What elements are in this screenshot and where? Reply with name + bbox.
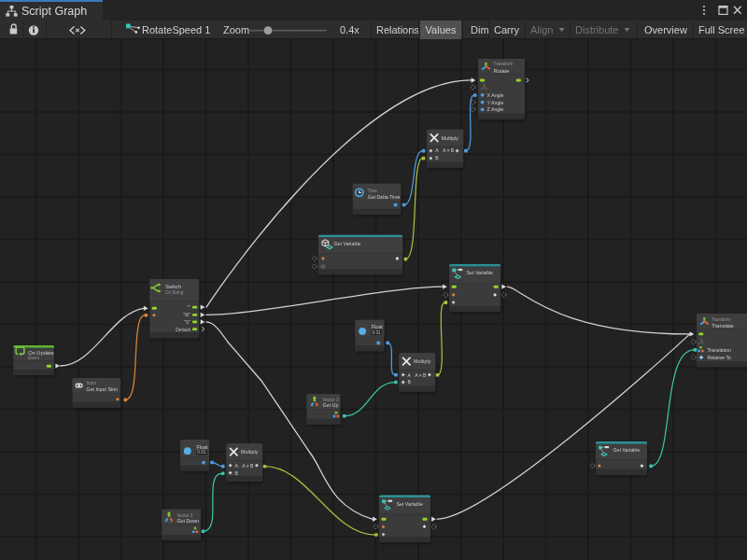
svg-text:Translation: Translation — [707, 347, 731, 353]
svg-text:A: A — [435, 147, 439, 153]
svg-text:Relative To: Relative To — [707, 355, 731, 360]
svg-text:Time: Time — [368, 189, 377, 193]
svg-text:0.01: 0.01 — [373, 330, 381, 335]
svg-text:Set Variable: Set Variable — [396, 501, 423, 507]
svg-text:Float: Float — [372, 324, 383, 329]
svg-text:B: B — [235, 470, 239, 476]
svg-text:B: B — [408, 379, 412, 385]
svg-text:Rotate: Rotate — [494, 68, 510, 74]
svg-text:Multiply: Multiply — [414, 358, 431, 364]
svg-text:On String: On String — [165, 290, 184, 295]
svg-text:Default: Default — [176, 327, 190, 332]
svg-text:Transform: Transform — [712, 317, 731, 322]
svg-text:Get Variable: Get Variable — [613, 447, 640, 453]
svg-text:Vector 3: Vector 3 — [323, 398, 339, 402]
svg-text:B: B — [435, 155, 439, 161]
svg-text:A × B: A × B — [415, 372, 427, 378]
svg-text:"W": "W" — [183, 313, 190, 317]
svg-text:"S": "S" — [184, 320, 190, 325]
svg-text:X Angle: X Angle — [487, 92, 504, 98]
svg-text:A: A — [235, 463, 239, 469]
svg-text:Get Down: Get Down — [177, 518, 200, 524]
svg-text:"": "" — [188, 305, 191, 310]
svg-text:A: A — [408, 372, 412, 378]
svg-text:Get Variable: Get Variable — [334, 241, 361, 246]
svg-text:A × B: A × B — [443, 147, 455, 153]
svg-text:0.01: 0.01 — [197, 450, 205, 455]
svg-text:Get Input Strin: Get Input Strin — [87, 386, 119, 392]
svg-text:Transform: Transform — [494, 62, 514, 66]
svg-text:Input: Input — [87, 381, 97, 385]
svg-text:A × B: A × B — [242, 463, 254, 469]
svg-text:Get Delta Time: Get Delta Time — [368, 194, 401, 200]
svg-text:Y Angle: Y Angle — [487, 100, 504, 105]
svg-text:Float: Float — [196, 444, 207, 450]
svg-text:Z Angle: Z Angle — [487, 106, 504, 112]
svg-text:Vector 3: Vector 3 — [177, 513, 193, 518]
svg-text:Switch: Switch — [165, 284, 181, 289]
svg-text:Translate: Translate — [712, 323, 734, 329]
svg-text:Get Up: Get Up — [323, 402, 339, 408]
svg-text:Set Variable: Set Variable — [467, 270, 494, 275]
svg-text:Event: Event — [28, 356, 39, 360]
svg-text:Multiply: Multiply — [241, 449, 259, 455]
svg-text:Multiply: Multiply — [442, 135, 459, 141]
